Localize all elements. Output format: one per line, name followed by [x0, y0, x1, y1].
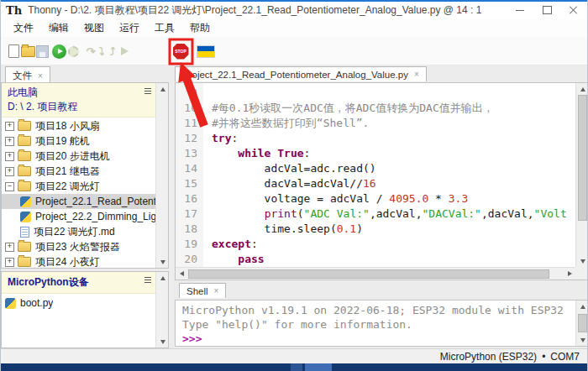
- stop-icon: STOP: [173, 44, 189, 60]
- folder-icon: [18, 242, 31, 252]
- minimize-button[interactable]: [507, 2, 533, 18]
- collapse-icon[interactable]: −: [5, 182, 14, 191]
- editor-hscrollbar[interactable]: [176, 267, 575, 280]
- tree-item-label: 项目19 舵机: [35, 134, 90, 149]
- tree-item[interactable]: Project_22.2_Dimming_Lig: [2, 209, 155, 224]
- expand-icon[interactable]: +: [5, 137, 14, 146]
- python-icon: [5, 298, 16, 309]
- editor-vscrollbar[interactable]: [575, 83, 588, 267]
- tab-close-icon[interactable]: ×: [214, 287, 219, 295]
- scroll-down-icon[interactable]: [576, 255, 588, 267]
- tree-item[interactable]: +项目23 火焰警报器: [2, 239, 155, 254]
- code-line: except:: [212, 237, 575, 252]
- line-number: 10: [176, 101, 197, 116]
- scroll-up-icon[interactable]: [156, 83, 169, 95]
- ukraine-flag-icon: [197, 45, 215, 58]
- tab-files[interactable]: 文件 ×: [5, 66, 50, 84]
- folder-icon: [18, 121, 31, 131]
- folder-icon: [18, 151, 31, 161]
- files-menu-icon[interactable]: [144, 88, 151, 94]
- line-number: 15: [176, 176, 197, 191]
- tab-shell[interactable]: Shell ×: [179, 283, 226, 298]
- this-pc-label[interactable]: 此电脑: [8, 86, 151, 100]
- tab-editor-file[interactable]: Project_22.1_Read_Potentiometer_Analog_V…: [175, 66, 427, 81]
- files-scrollbar[interactable]: [155, 83, 168, 268]
- code-line: time.sleep(0.1): [212, 222, 575, 237]
- tree-item[interactable]: Project_22.1_Read_Potenti: [2, 194, 155, 209]
- files-panel: 此电脑 D: \ 2. 项目教程 +项目18 小风扇+项目19 舵机+项目20 …: [1, 82, 169, 269]
- line-number: 14: [176, 161, 197, 176]
- code-line: pass: [212, 252, 575, 267]
- device-panel-header: MicroPython设备: [2, 272, 168, 294]
- scrollbar-thumb[interactable]: [578, 95, 587, 221]
- shell-tab-label: Shell: [186, 286, 208, 296]
- menu-help[interactable]: 帮助: [182, 19, 218, 37]
- debug-button[interactable]: [65, 43, 81, 60]
- port-label[interactable]: COM7: [550, 351, 580, 363]
- line-number: 13: [176, 146, 197, 161]
- tree-item[interactable]: +项目19 舵机: [2, 133, 155, 149]
- code-editor[interactable]: 91011121314151617181920 #每0.1秒读取一次ADC值，将…: [175, 82, 588, 280]
- scroll-up-icon[interactable]: [576, 83, 588, 95]
- stop-restart-button[interactable]: STOP: [172, 43, 189, 60]
- tree-item-label: 项目22 调光灯: [35, 180, 100, 194]
- markdown-icon: [20, 227, 29, 238]
- window-title: Thonny - D:\2. 项目教程\项目22 调光灯\Project_22.…: [28, 3, 481, 18]
- tree-item[interactable]: +项目21 继电器: [2, 164, 155, 179]
- shell-banner-line: Type "help()" for more information.: [182, 317, 575, 332]
- menu-view[interactable]: 视图: [76, 19, 112, 37]
- code-area[interactable]: #每0.1秒读取一次ADC值，将ADC值转换为DAC值并输出，#并将这些数据打印…: [203, 83, 575, 267]
- line-number: 9: [176, 86, 197, 101]
- scrollbar-thumb[interactable]: [578, 314, 587, 332]
- scroll-right-icon[interactable]: [564, 268, 575, 280]
- close-button[interactable]: [560, 2, 587, 18]
- code-line: try:: [212, 131, 575, 146]
- resume-button[interactable]: [116, 43, 133, 60]
- scroll-up-icon[interactable]: [156, 272, 169, 284]
- save-button[interactable]: [34, 43, 50, 60]
- shell-scrollbar[interactable]: [575, 300, 588, 346]
- tree-item[interactable]: −项目22 调光灯: [2, 179, 155, 194]
- scroll-down-icon[interactable]: [576, 334, 588, 346]
- tree-item[interactable]: boot.py: [2, 295, 155, 311]
- tree-item[interactable]: 项目22 调光灯.md: [2, 224, 155, 239]
- tree-item[interactable]: +项目20 步进电机: [2, 149, 155, 164]
- files-tabstrip: 文件 ×: [1, 65, 169, 82]
- expand-icon[interactable]: +: [5, 243, 14, 252]
- step-out-icon: ⤴: [110, 45, 116, 58]
- shell-panel[interactable]: MicroPython v1.19.1 on 2022-06-18; ESP32…: [175, 300, 588, 347]
- scroll-down-icon[interactable]: [156, 256, 169, 268]
- expand-icon[interactable]: +: [5, 167, 14, 176]
- menu-run[interactable]: 运行: [112, 19, 147, 37]
- folder-icon: [18, 136, 31, 146]
- expand-icon[interactable]: +: [5, 122, 14, 131]
- editor-tab-label: Project_22.1_Read_Potentiometer_Analog_V…: [182, 70, 408, 80]
- backend-label[interactable]: MicroPython (ESP32): [440, 351, 537, 363]
- menu-file[interactable]: 文件: [6, 19, 41, 37]
- scroll-up-icon[interactable]: [576, 300, 588, 312]
- tab-close-icon[interactable]: ×: [38, 72, 43, 81]
- device-scrollbar[interactable]: [155, 272, 168, 347]
- taskbar-strip: [1, 363, 587, 371]
- shell-output[interactable]: MicroPython v1.19.1 on 2022-06-18; ESP32…: [176, 300, 575, 346]
- expand-icon[interactable]: +: [5, 152, 14, 161]
- expand-icon[interactable]: +: [5, 258, 14, 267]
- menu-tools[interactable]: 工具: [147, 19, 182, 37]
- tree-item[interactable]: +项目18 小风扇: [2, 118, 155, 133]
- tree-item-label: 项目23 火焰警报器: [35, 240, 120, 254]
- tab-close-icon[interactable]: ×: [414, 71, 419, 79]
- menu-edit[interactable]: 编辑: [41, 19, 76, 37]
- line-number-gutter: 91011121314151617181920: [176, 83, 203, 267]
- save-icon: [36, 45, 49, 58]
- scroll-down-icon[interactable]: [156, 336, 169, 347]
- scrollbar-thumb[interactable]: [188, 269, 549, 279]
- statusbar: MicroPython (ESP32) • COM7: [1, 348, 587, 363]
- current-path-label[interactable]: D: \ 2. 项目教程: [8, 100, 151, 114]
- files-panel-header: 此电脑 D: \ 2. 项目教程: [2, 83, 168, 118]
- shell-banner-line: MicroPython v1.19.1 on 2022-06-18; ESP32…: [182, 303, 575, 317]
- device-menu-icon[interactable]: [144, 277, 151, 283]
- support-ukraine-button[interactable]: [196, 43, 216, 60]
- maximize-button[interactable]: [533, 2, 560, 18]
- tree-item[interactable]: +项目24 小夜灯: [2, 254, 155, 268]
- scroll-left-icon[interactable]: [176, 268, 187, 280]
